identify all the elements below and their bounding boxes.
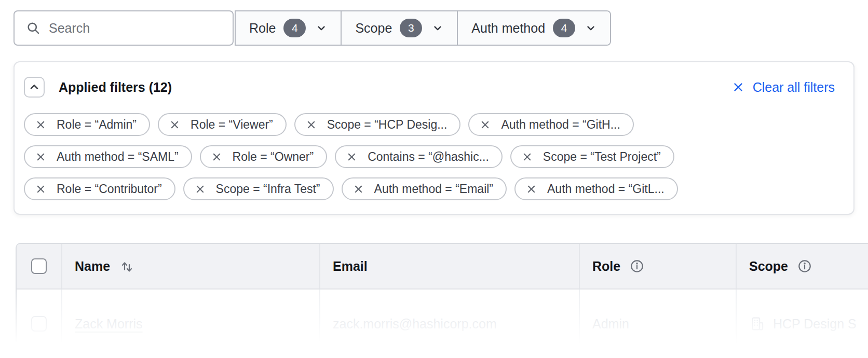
remove-filter-icon <box>306 119 317 130</box>
select-all-checkbox[interactable] <box>31 258 47 274</box>
chevron-up-icon <box>28 81 40 93</box>
pill-label: Auth method = “GitL... <box>547 182 664 196</box>
pill-label: Role = “Contributor” <box>57 182 162 196</box>
row-scope-cell: HCP Design S <box>737 290 868 358</box>
remove-filter-icon <box>169 119 180 130</box>
row-checkbox[interactable] <box>31 316 47 332</box>
applied-filter-pill[interactable]: Role = “Viewer” <box>158 113 287 136</box>
user-name-link[interactable]: Zack Morris <box>75 316 143 332</box>
chevron-down-icon <box>432 22 443 34</box>
remove-filter-icon <box>195 184 206 195</box>
dropdown-label: Auth method <box>471 21 545 36</box>
scope-filter-dropdown[interactable]: Scope 3 <box>342 11 458 45</box>
applied-filter-pill[interactable]: Scope = “HCP Desig... <box>294 113 461 136</box>
user-email: zack.morris@hashicorp.com <box>333 316 497 332</box>
column-label: Name <box>75 259 110 274</box>
info-icon[interactable] <box>797 259 812 273</box>
remove-filter-icon <box>480 119 491 130</box>
search-box[interactable] <box>13 10 234 46</box>
pill-label: Auth method = “Email” <box>374 182 493 196</box>
role-filter-dropdown[interactable]: Role 4 <box>236 11 342 45</box>
applied-filter-pill[interactable]: Role = “Owner” <box>200 145 328 168</box>
pill-label: Scope = “Test Project” <box>543 150 661 164</box>
filter-dropdown-group: Role 4 Scope 3 Auth method 4 <box>235 10 611 46</box>
remove-filter-icon <box>35 119 46 130</box>
remove-filter-icon <box>353 184 364 195</box>
auth-method-filter-dropdown[interactable]: Auth method 4 <box>458 11 610 45</box>
column-header-scope: Scope <box>737 244 868 288</box>
applied-filter-pill[interactable]: Auth method = “GitH... <box>468 113 633 136</box>
dropdown-label: Scope <box>355 21 392 36</box>
filter-bar: Role 4 Scope 3 Auth method 4 <box>13 10 611 46</box>
table-header-row: Name Email Role Scope <box>17 244 868 290</box>
sort-icon[interactable] <box>119 259 134 273</box>
remove-filter-icon <box>526 184 537 195</box>
applied-filter-pill[interactable]: Contains = “@hashic... <box>335 145 503 168</box>
applied-filter-pills: Role = “Admin” Role = “Viewer” Scope = “… <box>24 113 835 200</box>
select-all-cell <box>17 244 62 288</box>
pill-label: Contains = “@hashic... <box>368 150 489 164</box>
clear-all-filters-button[interactable]: Clear all filters <box>732 80 835 95</box>
users-table: Name Email Role Scope <box>16 243 868 358</box>
collapse-filters-button[interactable] <box>24 77 45 98</box>
organization-icon <box>749 315 766 332</box>
pill-label: Role = “Viewer” <box>191 118 273 132</box>
remove-filter-icon <box>522 152 533 162</box>
remove-filter-icon <box>346 152 357 162</box>
applied-filter-pill[interactable]: Role = “Admin” <box>24 113 150 136</box>
column-label: Scope <box>749 259 788 274</box>
applied-filter-pill[interactable]: Auth method = “SAML” <box>24 145 192 168</box>
chevron-down-icon <box>585 22 596 34</box>
column-header-role: Role <box>580 244 737 288</box>
pill-label: Scope = “HCP Desig... <box>327 118 447 132</box>
search-icon <box>26 21 40 35</box>
pill-label: Scope = “Infra Test” <box>216 182 320 196</box>
applied-filters-panel: Applied filters (12) Clear all filters R… <box>13 61 855 215</box>
pill-label: Auth method = “SAML” <box>57 150 179 164</box>
row-email-cell: zack.morris@hashicorp.com <box>320 290 580 358</box>
table-row: Zack Morris zack.morris@hashicorp.com Ad… <box>17 290 868 358</box>
count-badge: 3 <box>400 19 422 37</box>
row-select-cell <box>17 290 62 358</box>
user-scope: HCP Design S <box>773 316 857 332</box>
clear-all-filters-label: Clear all filters <box>753 80 835 95</box>
info-icon[interactable] <box>630 259 644 273</box>
applied-filter-pill[interactable]: Auth method = “Email” <box>342 177 507 200</box>
remove-filter-icon <box>35 184 46 195</box>
count-badge: 4 <box>553 19 575 37</box>
applied-filter-pill[interactable]: Role = “Contributor” <box>24 177 175 200</box>
search-input[interactable] <box>49 21 221 36</box>
pill-label: Role = “Admin” <box>57 118 137 132</box>
user-role: Admin <box>592 316 629 332</box>
pill-label: Role = “Owner” <box>233 150 314 164</box>
remove-filter-icon <box>211 152 222 162</box>
applied-filters-title: Applied filters (12) <box>59 80 172 95</box>
applied-filters-header: Applied filters (12) Clear all filters <box>24 77 835 98</box>
count-badge: 4 <box>283 19 306 37</box>
column-label: Email <box>333 259 368 274</box>
column-header-email: Email <box>320 244 580 288</box>
chevron-down-icon <box>316 22 327 34</box>
row-role-cell: Admin <box>580 290 737 358</box>
close-icon <box>732 81 744 93</box>
dropdown-label: Role <box>249 21 276 36</box>
remove-filter-icon <box>35 152 46 162</box>
row-name-cell: Zack Morris <box>62 290 320 358</box>
column-header-name[interactable]: Name <box>62 244 320 288</box>
pill-label: Auth method = “GitH... <box>501 118 620 132</box>
applied-filter-pill[interactable]: Scope = “Infra Test” <box>183 177 334 200</box>
applied-filter-pill[interactable]: Scope = “Test Project” <box>510 145 674 168</box>
applied-filter-pill[interactable]: Auth method = “GitL... <box>514 177 678 200</box>
column-label: Role <box>592 259 620 274</box>
